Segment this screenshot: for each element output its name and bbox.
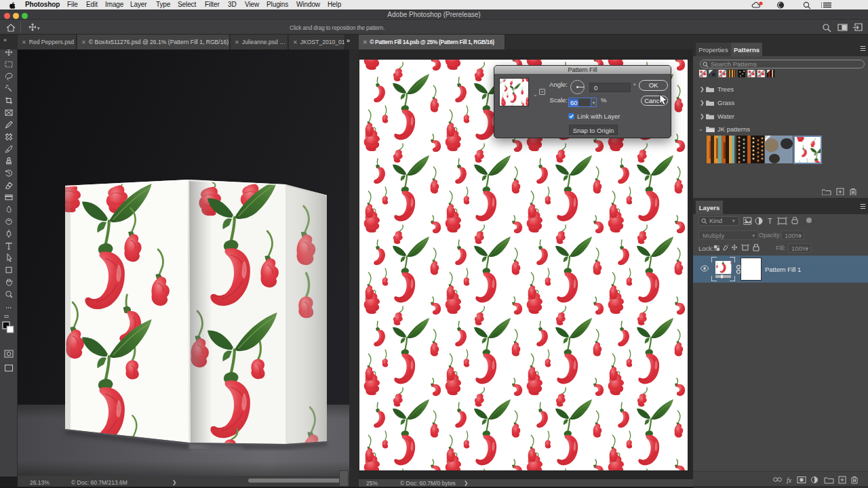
svg-text:T: T <box>768 217 772 225</box>
svg-text:fx: fx <box>787 476 792 484</box>
